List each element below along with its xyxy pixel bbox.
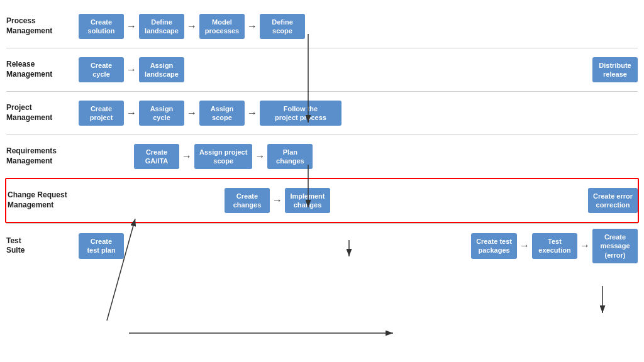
row-project: ProjectManagement Createproject Assigncy… xyxy=(6,91,638,134)
box-create-test-packages: Create testpackages xyxy=(471,233,517,259)
label-project: ProjectManagement xyxy=(6,103,79,123)
box-create-project: Createproject xyxy=(79,101,124,126)
box-follow-project: Follow theproject process xyxy=(260,101,341,126)
box-test-execution: Testexecution xyxy=(532,233,577,259)
arrow xyxy=(179,151,194,162)
box-create-changes: Createchanges xyxy=(225,188,270,214)
box-assign-scope: Assignscope xyxy=(199,101,245,126)
content-change-request: Createchanges Implementchanges Create er… xyxy=(80,184,638,217)
diagram: ProcessManagement Createsolution Definel… xyxy=(0,0,644,362)
arrow xyxy=(124,107,139,119)
label-test-suite: TestSuite xyxy=(6,236,79,256)
arrow xyxy=(252,151,267,162)
row-release: ReleaseManagement Createcycle Assignland… xyxy=(6,48,638,91)
box-create-ga-ita: CreateGA/ITA xyxy=(134,144,179,170)
box-assign-cycle: Assigncycle xyxy=(139,101,184,126)
arrow xyxy=(184,107,199,119)
arrow xyxy=(517,240,532,251)
box-create-cycle-rm: Createcycle xyxy=(79,57,124,83)
box-define-scope: Definescope xyxy=(260,14,305,40)
row-test-suite: TestSuite Createtest plan Create testpac… xyxy=(6,223,638,268)
arrow xyxy=(124,21,139,32)
label-process: ProcessManagement xyxy=(6,16,79,36)
label-release: ReleaseManagement xyxy=(6,60,79,79)
row-process: ProcessManagement Createsolution Definel… xyxy=(6,5,638,48)
content-project: Createproject Assigncycle Assignscope Fo… xyxy=(79,97,638,129)
label-requirements: RequirementsManagement xyxy=(6,146,79,166)
box-assign-landscape: Assignlandscape xyxy=(139,57,184,83)
box-implement-changes: Implementchanges xyxy=(285,188,330,214)
box-create-test-plan: Createtest plan xyxy=(79,233,124,259)
row-change-request: Change RequestManagement Createchanges I… xyxy=(5,178,639,223)
content-test-suite: Createtest plan Create testpackages Test… xyxy=(79,229,638,263)
box-create-solution: Createsolution xyxy=(79,14,124,40)
box-assign-project-scope: Assign projectscope xyxy=(194,144,252,170)
content-requirements: CreateGA/ITA Assign projectscope Plancha… xyxy=(79,140,638,173)
arrow xyxy=(245,107,260,119)
content-process: Createsolution Definelandscape Modelproc… xyxy=(79,10,638,43)
label-change-request: Change RequestManagement xyxy=(8,190,80,210)
box-create-error-correction: Create errorcorrection xyxy=(588,188,638,214)
box-create-message: Createmessage(error) xyxy=(592,229,638,263)
arrow xyxy=(577,240,592,251)
arrow xyxy=(245,21,260,32)
row-requirements: RequirementsManagement CreateGA/ITA Assi… xyxy=(6,134,638,178)
arrow xyxy=(270,195,285,206)
box-define-landscape: Definelandscape xyxy=(139,14,184,40)
content-release: Createcycle Assignlandscape Distributere… xyxy=(79,53,638,86)
box-plan-changes: Planchanges xyxy=(267,144,313,170)
arrow xyxy=(124,64,139,75)
box-model-processes: Modelprocesses xyxy=(199,14,245,40)
box-distribute-release: Distributerelease xyxy=(592,57,638,83)
arrow xyxy=(184,21,199,32)
